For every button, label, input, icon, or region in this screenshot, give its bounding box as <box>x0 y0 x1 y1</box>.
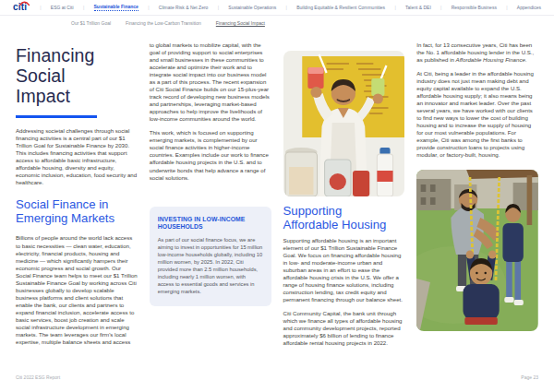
photo-family-swing <box>416 170 538 331</box>
section-heading-affordable-housing: Supporting Affordable Housing <box>283 205 399 232</box>
continuation-paragraph-2: This work, which is focused on supportin… <box>150 129 271 181</box>
intro-paragraph: Addressing societal challenges through s… <box>16 127 138 186</box>
subnav-item-low-carbon[interactable]: Financing the Low-Carbon Transition <box>126 20 201 26</box>
title-underline-rule <box>16 115 97 118</box>
publication-name: Affordable Housing Finance <box>456 56 525 63</box>
footer-page-number: Page 23 <box>521 374 538 380</box>
sub-nav: Our $1 Trillion Goal Financing the Low-C… <box>0 16 554 30</box>
continuation-paragraph-1: to global markets to mobilize capital, w… <box>150 42 271 123</box>
column-affordable-housing: Supporting Affordable Housing Supporting… <box>283 42 405 347</box>
nav-divider: | <box>506 5 507 10</box>
emerging-markets-paragraph: Billions of people around the world lack… <box>16 234 138 345</box>
callout-title: INVESTING IN LOW-INCOME HOUSEHOLDS <box>158 216 263 232</box>
nav-item-building-communities[interactable]: Building Equitable & Resilient Communiti… <box>296 5 385 10</box>
nav-divider: | <box>440 5 441 10</box>
nav-divider: | <box>218 5 219 10</box>
citi-arc-icon <box>19 1 30 6</box>
nav-divider: | <box>148 5 149 10</box>
affordable-housing-paragraph-2: Citi Community Capital, the bank unit th… <box>283 310 405 347</box>
nav-item-sustainable-finance[interactable]: Sustainable Finance <box>94 4 138 11</box>
housing-leader-paragraph-1: In fact, for 13 consecutive years, Citi … <box>416 42 538 64</box>
nav-item-esg-at-citi[interactable]: ESG at Citi <box>51 5 74 10</box>
subnav-item-social-impact[interactable]: Financing Social Impact <box>216 20 265 26</box>
nav-divider: | <box>40 5 41 10</box>
column-continuation: to global markets to mobilize capital, w… <box>150 42 271 347</box>
column-intro: Financing Social Impact Addressing socie… <box>16 42 138 347</box>
paragraph-text: . <box>525 56 527 63</box>
nav-item-responsible-business[interactable]: Responsible Business <box>452 5 497 10</box>
section-heading-emerging-markets: Social Finance in Emerging Markets <box>16 198 138 226</box>
nav-divider: | <box>83 5 84 10</box>
nav-divider: | <box>286 5 287 10</box>
nav-item-sustainable-operations[interactable]: Sustainable Operations <box>228 5 276 10</box>
page-title: Financing Social Impact <box>16 45 110 107</box>
page-footer: Citi 2022 ESG Report Page 23 <box>16 374 538 380</box>
citi-logo[interactable]: citi <box>13 3 27 12</box>
nav-item-climate-risk[interactable]: Climate Risk & Net Zero <box>159 5 209 10</box>
main-content: Financing Social Impact Addressing socie… <box>16 42 538 347</box>
photo-juice-vendor <box>283 51 405 196</box>
column-housing-leadership: In fact, for 13 consecutive years, Citi … <box>416 42 538 347</box>
nav-item-talent-dei[interactable]: Talent & DEI <box>405 5 431 10</box>
nav-divider: | <box>394 5 395 10</box>
callout-body: As part of our social finance focus, we … <box>158 236 263 296</box>
top-nav: citi | ESG at Citi | Sustainable Finance… <box>0 0 554 16</box>
callout-low-income-households: INVESTING IN LOW-INCOME HOUSEHOLDS As pa… <box>150 207 271 307</box>
affordable-housing-paragraph-1: Supporting affordable housing is an impo… <box>283 237 405 303</box>
nav-item-appendices[interactable]: Appendices <box>517 5 541 10</box>
footer-report-title: Citi 2022 ESG Report <box>16 374 60 380</box>
subnav-item-trillion-goal[interactable]: Our $1 Trillion Goal <box>71 20 111 26</box>
housing-leader-paragraph-2: At Citi, being a leader in the affordabl… <box>416 70 538 159</box>
nav-items: | ESG at Citi | Sustainable Finance | Cl… <box>40 4 541 11</box>
